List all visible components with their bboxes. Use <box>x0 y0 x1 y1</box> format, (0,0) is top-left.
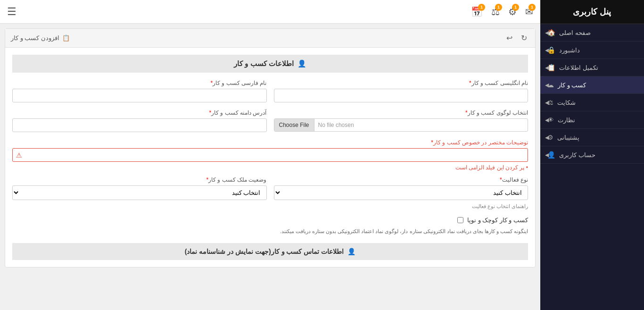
sidebar-item-home[interactable]: صفحه اصلی 🏠 ◀ <box>540 24 644 42</box>
domain-input[interactable] <box>12 118 267 132</box>
sidebar-item-monitoring-label: نظارت <box>558 117 575 124</box>
sidebar-item-account-label: حساب کاربری <box>559 151 595 159</box>
choose-file-button[interactable]: Choose File <box>274 119 314 131</box>
sidebar: پنل کاربری صفحه اصلی 🏠 ◀ داشبورد 🔒 ◀ تکم… <box>540 0 644 310</box>
small-business-checkbox[interactable] <box>457 217 463 223</box>
sidebar-item-monitoring[interactable]: نظارت 👁 ◀ <box>540 111 644 129</box>
desc-input[interactable] <box>12 148 528 162</box>
form-group-english-name: نام انگلیسی کسب و کار* <box>274 80 528 102</box>
form-row-domain-logo: انتخاب لوگوی کسب و کار* Choose File No f… <box>12 109 528 132</box>
chevron-left-icon: ◀ <box>545 82 549 88</box>
balance-badge: 1 <box>495 4 502 11</box>
calendar-badge: 1 <box>478 4 485 11</box>
form-group-status: وضعیت ملک کسب و کار* انتخاب کنید <box>12 176 267 209</box>
sidebar-item-business-label: کسب و کار <box>558 82 586 89</box>
persian-name-label: نام فارسی کسب و کار* <box>12 80 267 86</box>
sidebar-item-support-label: پشتیبانی <box>557 134 579 141</box>
form-row-names: نام انگلیسی کسب و کار* نام فارسی کسب و ک… <box>12 80 528 102</box>
topbar-right: ☰ <box>7 6 17 18</box>
topbar: ✉ 1 ⚙ 1 ⚖ 1 📅 1 ☰ <box>0 0 540 24</box>
small-business-label: کسب و کار کوچک و نوپا <box>467 217 528 224</box>
chevron-left-icon: ◀ <box>545 30 549 36</box>
form-group-logo: انتخاب لوگوی کسب و کار* Choose File No f… <box>274 109 528 132</box>
persian-name-input[interactable] <box>12 89 267 102</box>
textarea-wrap: ⚠ <box>12 148 528 162</box>
card-list-icon: 📋 <box>62 34 70 42</box>
settings-badge: 1 <box>512 4 519 11</box>
sidebar-item-account[interactable]: حساب کاربری 👤 ◀ <box>540 146 644 164</box>
contact-icon: 👤 <box>347 248 355 255</box>
card-header-title: 📋 افزودن کسب و کار <box>11 34 70 42</box>
form-group-domain: آدرس دامنه کسب و کار* <box>12 109 267 132</box>
sidebar-item-complaint-label: شکایت <box>557 99 576 106</box>
english-name-input[interactable] <box>274 89 528 102</box>
chevron-left-icon: ◀ <box>545 47 549 53</box>
form-group-activity: نوع فعالیت* انتخاب کنید راهنمای انتخاب ن… <box>274 176 528 209</box>
business-status-label: وضعیت ملک کسب و کار* <box>12 176 267 183</box>
sidebar-item-complaint[interactable]: شکایت ⚖ ◀ <box>540 94 644 111</box>
sidebar-item-complete-info-label: تکمیل اطلاعات <box>559 64 598 71</box>
chevron-left-icon: ◀ <box>545 134 549 141</box>
alert-icon: ⚠ <box>16 151 22 159</box>
settings-icon-wrap[interactable]: ⚙ 1 <box>508 6 517 17</box>
contact-heading: 👤 اطلاعات تماس کسب و کار(جهت نمایش در شن… <box>12 243 528 260</box>
chevron-left-icon: ◀ <box>545 152 549 158</box>
sidebar-item-complete-info[interactable]: تکمیل اطلاعات 📋 ◀ <box>540 59 644 76</box>
main-card: ↻ ↩ 📋 افزودن کسب و کار 👤 اطلاعات کسب و ک… <box>5 28 536 268</box>
hamburger-icon[interactable]: ☰ <box>7 6 17 18</box>
back-button[interactable]: ↩ <box>504 33 515 43</box>
sidebar-item-dashboard-label: داشبورد <box>559 47 580 54</box>
card-header-actions: ↻ ↩ <box>504 33 529 43</box>
business-status-select[interactable]: انتخاب کنید <box>12 185 267 200</box>
form-group-desc: توضیحات مختصر در خصوص کسب و کار* ⚠ <box>12 139 528 162</box>
sidebar-item-dashboard[interactable]: داشبورد 🔒 ◀ <box>540 42 644 59</box>
form-group-persian-name: نام فارسی کسب و کار* <box>12 80 267 102</box>
chevron-left-icon: ◀ <box>545 65 549 71</box>
business-info-heading: 👤 اطلاعات کسب و کار <box>12 55 528 73</box>
activity-type-label: نوع فعالیت* <box>274 176 528 183</box>
logo-label: انتخاب لوگوی کسب و کار* <box>274 109 528 116</box>
main-area: ✉ 1 ⚙ 1 ⚖ 1 📅 1 ☰ ↻ <box>0 0 540 310</box>
sidebar-item-business[interactable]: کسب و کار ☁ ◀ <box>540 76 644 94</box>
topbar-icons: ✉ 1 ⚙ 1 ⚖ 1 📅 1 <box>471 6 533 17</box>
file-input-wrap: Choose File No file chosen <box>274 118 528 132</box>
sidebar-item-home-label: صفحه اصلی <box>559 29 591 36</box>
messages-icon-wrap[interactable]: ✉ 1 <box>525 6 533 17</box>
small-business-desc: اینگونه کسب و کارها بجای دریافت نماد الک… <box>12 227 528 236</box>
balance-icon-wrap[interactable]: ⚖ 1 <box>491 6 500 17</box>
card-header: ↻ ↩ 📋 افزودن کسب و کار <box>5 29 535 48</box>
card-body: 👤 اطلاعات کسب و کار نام انگلیسی کسب و کا… <box>5 48 535 267</box>
refresh-button[interactable]: ↻ <box>519 33 529 43</box>
form-row-activity-status: نوع فعالیت* انتخاب کنید راهنمای انتخاب ن… <box>12 176 528 209</box>
content-area: ↻ ↩ 📋 افزودن کسب و کار 👤 اطلاعات کسب و ک… <box>0 24 540 310</box>
business-info-icon: 👤 <box>297 59 306 68</box>
sidebar-item-support[interactable]: پشتیبانی ⚙ ◀ <box>540 129 644 146</box>
small-business-row: کسب و کار کوچک و نوپا <box>12 217 528 224</box>
sidebar-title: پنل کاربری <box>540 0 644 24</box>
desc-label: توضیحات مختصر در خصوص کسب و کار* <box>12 139 528 146</box>
desc-error-msg: پر کردن این فیلد الزامی است <box>12 164 528 171</box>
activity-type-hint: راهنمای انتخاب نوع فعالیت <box>274 203 528 209</box>
chevron-left-icon: ◀ <box>545 100 549 106</box>
english-name-label: نام انگلیسی کسب و کار* <box>274 80 528 86</box>
calendar-icon-wrap[interactable]: 📅 1 <box>471 6 483 17</box>
chevron-left-icon: ◀ <box>545 117 549 123</box>
no-file-text: No file chosen <box>314 119 528 131</box>
domain-label: آدرس دامنه کسب و کار* <box>12 109 267 116</box>
messages-badge: 1 <box>528 4 536 11</box>
activity-type-select[interactable]: انتخاب کنید <box>274 185 528 200</box>
